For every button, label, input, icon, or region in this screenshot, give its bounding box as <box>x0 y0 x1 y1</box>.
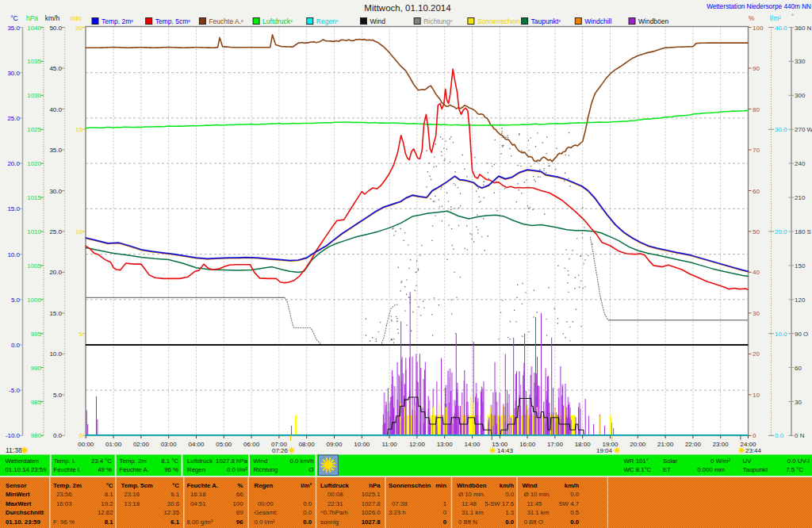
svg-text:90 O: 90 O <box>795 331 808 338</box>
svg-text:l/m²: l/m² <box>301 482 312 489</box>
svg-text:1040: 1040 <box>27 25 41 32</box>
svg-text:Gesamt:: Gesamt: <box>255 509 278 516</box>
svg-text:Wind: Wind <box>523 482 538 489</box>
svg-text:23:44: 23:44 <box>745 447 762 454</box>
svg-text:Regenˣ: Regenˣ <box>316 17 339 25</box>
svg-text:7.5 °C: 7.5 °C <box>786 466 803 473</box>
svg-text:00:00: 00:00 <box>258 500 274 507</box>
svg-text:20:00: 20:00 <box>630 441 646 448</box>
svg-text:15.0: 15.0 <box>49 310 62 317</box>
svg-text:60: 60 <box>795 365 802 372</box>
svg-text:%: % <box>749 14 755 22</box>
svg-text:0.0: 0.0 <box>303 509 312 516</box>
svg-text:270 W: 270 W <box>795 126 812 133</box>
svg-text:Durchschnitt: Durchschnitt <box>6 509 44 516</box>
svg-text:23:56: 23:56 <box>56 491 72 498</box>
svg-text:00:08: 00:08 <box>327 491 343 498</box>
svg-text:10.0: 10.0 <box>49 350 62 358</box>
svg-text:0: 0 <box>753 432 756 439</box>
svg-text:Taupunktˣ: Taupunktˣ <box>531 17 561 25</box>
svg-text:20.0: 20.0 <box>49 269 62 276</box>
svg-text:6.1: 6.1 <box>170 518 180 526</box>
svg-text:5.0: 5.0 <box>11 297 21 304</box>
svg-text:15: 15 <box>75 126 82 133</box>
svg-text:MinWert: MinWert <box>6 491 30 498</box>
svg-text:Windböen: Windböen <box>457 482 487 489</box>
svg-text:04:00: 04:00 <box>188 441 205 448</box>
svg-text:01.10.14 23:59: 01.10.14 23:59 <box>6 466 47 473</box>
svg-text:0 N: 0 N <box>795 432 805 439</box>
svg-text:0.0: 0.0 <box>505 518 515 526</box>
svg-text:10.0: 10.0 <box>7 251 20 258</box>
svg-text:Ø 10 min.: Ø 10 min. <box>524 491 551 498</box>
svg-text:15.0: 15.0 <box>7 205 20 212</box>
svg-text:1.3: 1.3 <box>505 509 514 516</box>
svg-text:°: ° <box>791 13 794 21</box>
svg-text:8.1: 8.1 <box>105 491 113 498</box>
svg-text:14:43: 14:43 <box>497 447 514 454</box>
svg-text:12.62: 12.62 <box>98 509 113 516</box>
svg-text:0.0: 0.0 <box>775 432 784 439</box>
svg-text:20: 20 <box>753 350 760 358</box>
svg-text:1027.8: 1027.8 <box>362 500 381 507</box>
svg-text:WC 8.1°C: WC 8.1°C <box>624 466 652 473</box>
svg-text:1026.0: 1026.0 <box>362 509 381 516</box>
svg-text:Wind: Wind <box>254 457 268 465</box>
svg-text:35.0: 35.0 <box>7 25 20 32</box>
svg-text:995: 995 <box>31 331 42 338</box>
svg-text:16:18: 16:18 <box>190 491 206 498</box>
svg-text:0: 0 <box>443 509 447 516</box>
svg-text:96: 96 <box>236 518 243 526</box>
svg-text:3:23 h: 3:23 h <box>389 509 406 516</box>
svg-text:0.0 km/h: 0.0 km/h <box>290 457 314 465</box>
svg-text:Windböen: Windböen <box>638 17 669 25</box>
svg-text:0 W/m²: 0 W/m² <box>710 457 731 465</box>
svg-text:Richtungˣ: Richtungˣ <box>423 17 453 25</box>
svg-text:11:00: 11:00 <box>381 441 397 448</box>
svg-text:980: 980 <box>31 432 42 439</box>
svg-text:10.0: 10.0 <box>775 331 787 338</box>
svg-text:Feuchte A.ˣ: Feuchte A.ˣ <box>209 17 243 25</box>
svg-text:1025.1: 1025.1 <box>362 491 381 498</box>
svg-text:°C: °C <box>172 482 179 489</box>
svg-text:ET: ET <box>663 466 671 473</box>
svg-text:°C: °C <box>106 482 113 489</box>
svg-text:21:00: 21:00 <box>657 441 674 448</box>
svg-text:11:38: 11:38 <box>6 446 22 454</box>
svg-text:1000: 1000 <box>27 297 41 304</box>
svg-text:Temp. 2m: Temp. 2m <box>53 482 82 489</box>
svg-text:180 S: 180 S <box>795 228 811 235</box>
svg-text:23:00: 23:00 <box>713 441 730 448</box>
svg-text:10: 10 <box>753 392 760 399</box>
svg-text:10:00: 10:00 <box>354 441 370 448</box>
svg-text:23:16: 23:16 <box>124 491 140 498</box>
svg-text:0: 0 <box>443 518 447 526</box>
svg-text:5.0: 5.0 <box>53 392 63 399</box>
svg-text:SW 4.7: SW 4.7 <box>558 500 579 507</box>
svg-text:30.0: 30.0 <box>775 126 787 133</box>
svg-text:Taupunkt: Taupunkt <box>743 466 768 473</box>
svg-text:0.0: 0.0 <box>570 491 580 498</box>
svg-text:F: 96 %: F: 96 % <box>53 518 75 526</box>
svg-text:Feuchte A.: Feuchte A. <box>187 482 219 489</box>
svg-text:6.1: 6.1 <box>170 491 179 498</box>
svg-text:Windchill: Windchill <box>584 17 611 25</box>
svg-text:0.0: 0.0 <box>570 518 580 526</box>
svg-text:UV: UV <box>743 457 753 465</box>
svg-text:0.0: 0.0 <box>53 432 63 439</box>
svg-text:-5.0: -5.0 <box>9 387 20 394</box>
svg-text:Wetterdaten: Wetterdaten <box>6 457 39 465</box>
svg-text:1005: 1005 <box>27 262 41 270</box>
svg-text:150: 150 <box>795 262 806 270</box>
svg-text:0.000 mm: 0.000 mm <box>697 466 725 473</box>
svg-text:1: 1 <box>443 500 446 507</box>
svg-text:31.1 km: 31.1 km <box>462 509 484 516</box>
svg-text:80: 80 <box>753 106 760 113</box>
svg-text:30.0: 30.0 <box>7 70 20 77</box>
svg-text:Mittwoch, 01.10.2014: Mittwoch, 01.10.2014 <box>364 3 451 13</box>
svg-text:31.1 km: 31.1 km <box>527 509 550 516</box>
svg-text:km/h: km/h <box>45 14 60 22</box>
svg-text:14:00: 14:00 <box>464 441 481 448</box>
svg-text:70: 70 <box>753 147 760 154</box>
svg-text:1015: 1015 <box>27 194 41 201</box>
